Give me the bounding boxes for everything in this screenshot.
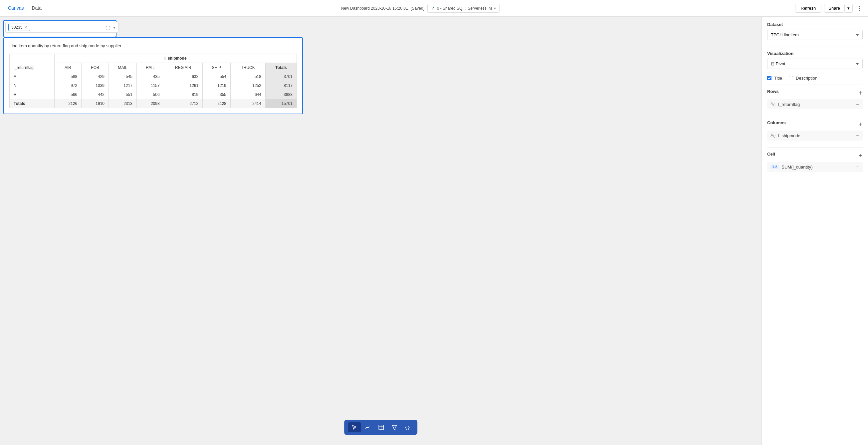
dashboard-title: New Dashboard 2023-10-16 16:20:01 [341,6,408,11]
row-r-total: 3883 [265,90,297,99]
col-regair: REG AIR [164,63,203,72]
toolbar-select-button[interactable] [348,422,361,432]
toolbar-filter-button[interactable] [388,422,401,432]
filter-tag: 30235 × [8,24,30,31]
row-r-truck: 644 [230,90,266,99]
totals-mail: 2313 [109,99,137,108]
totals-fob: 1910 [82,99,109,108]
refresh-button[interactable]: Refresh [795,4,822,13]
row-n-air: 972 [54,81,82,90]
column-group-header: l_shipmode [54,54,297,63]
title-checkbox[interactable] [767,76,772,80]
row-n-mail: 1217 [109,81,137,90]
row-n-fob: 1039 [82,81,109,90]
main-layout: 30235 × ◯ ▾ Line item quantity by return… [0,17,868,445]
totals-rail: 2098 [136,99,164,108]
row-a-regair: 632 [164,72,203,81]
connection-dropdown-icon: ▾ [494,6,496,11]
table-row: N 972 1039 1217 1157 1261 1219 1252 8117 [10,81,297,90]
row-n-truck: 1252 [230,81,266,90]
columns-field-item: AC l_shipmode − [767,130,863,141]
cell-label: Cell [767,152,775,156]
row-label-header: l_returnflag [10,63,55,72]
filter-bar[interactable]: 30235 × ◯ ▾ [5,22,119,33]
col-mail: MAIL [109,63,137,72]
tab-data[interactable]: Data [28,3,45,13]
table-row: A 588 429 545 435 632 554 518 3701 [10,72,297,81]
columns-add-button[interactable]: + [859,121,863,127]
connection-type: Serverless [468,6,487,11]
row-r-fob: 442 [82,90,109,99]
cell-remove-button[interactable]: − [856,164,859,170]
visualization-label: Visualization [767,51,863,56]
filter-clear-icon[interactable]: ◯ [105,25,111,30]
row-header-cell [10,54,55,63]
connection-button[interactable]: ✓ 0 - Shared SQ... Serverless M ▾ [427,4,500,13]
share-dropdown-button[interactable]: ▾ [844,4,853,13]
totals-air: 2126 [54,99,82,108]
columns-field-icon: AC [771,133,775,138]
row-r-ship: 355 [203,90,230,99]
filter-outer: 30235 × ◯ ▾ [3,20,117,37]
row-a-air: 588 [54,72,82,81]
title-label: Title [774,76,782,81]
toolbar-chart-button[interactable] [362,422,374,432]
filter-tag-value: 30235 [11,25,22,30]
row-a-fob: 429 [82,72,109,81]
row-r-mail: 551 [109,90,137,99]
row-a-total: 3701 [265,72,297,81]
cell-badge: 1.2 [771,165,779,169]
rows-add-button[interactable]: + [859,90,863,96]
visualization-select[interactable]: ⊟ Pivot [767,59,863,69]
col-rail: RAIL [136,63,164,72]
tab-canvas[interactable]: Canvas [4,3,28,13]
row-r-rail: 506 [136,90,164,99]
cell-add-button[interactable]: + [859,152,863,159]
totals-row: Totals 2126 1910 2313 2098 2712 2128 241… [10,99,297,108]
panel-divider-2 [767,85,863,85]
col-truck: TRUCK [230,63,266,72]
filter-tag-close[interactable]: × [24,25,27,30]
col-fob: FOB [82,63,109,72]
more-menu-button[interactable]: ⋮ [855,3,864,13]
columns-remove-button[interactable]: − [856,132,859,139]
totals-label: Totals [10,99,55,108]
rows-label: Rows [767,89,779,94]
description-label: Description [796,76,817,81]
topbar: Canvas Data New Dashboard 2023-10-16 16:… [0,0,868,17]
connection-status-icon: ✓ [431,6,435,11]
rows-field-item: AC l_returnflag − [767,99,863,109]
row-n-ship: 1219 [203,81,230,90]
dataset-select[interactable]: TPCH lineitem [767,30,863,40]
bottom-toolbar: {} [344,420,417,435]
col-air: AIR [54,63,82,72]
row-a-rail: 435 [136,72,164,81]
totals-truck: 2414 [230,99,266,108]
visualization-section: Visualization ⊟ Pivot [767,51,863,69]
rows-header: Rows + [767,89,863,97]
row-a-mail: 545 [109,72,137,81]
title-row: Title Description [767,76,863,81]
cell-field-name: SUM(l_quantity) [781,165,853,170]
columns-label: Columns [767,120,786,125]
dataset-section: Dataset TPCH lineitem [767,22,863,40]
row-n-rail: 1157 [136,81,164,90]
columns-field-name: l_shipmode [778,133,853,138]
connection-label: 0 - Shared SQ... [437,6,466,11]
cell-header: Cell + [767,152,863,159]
toolbar-code-button[interactable]: {} [401,423,413,432]
totals-ship: 2128 [203,99,230,108]
description-checkbox[interactable] [789,76,793,80]
share-dropdown-icon: ▾ [847,6,850,11]
row-a-truck: 518 [230,72,266,81]
columns-header: Columns + [767,120,863,128]
filter-dropdown-icon[interactable]: ▾ [113,25,116,30]
toolbar-table-button[interactable] [375,422,388,432]
cell-section: Cell + 1.2 SUM(l_quantity) − [767,152,863,172]
row-a-label: A [10,72,55,81]
rows-remove-button[interactable]: − [856,101,859,107]
cell-field-item: 1.2 SUM(l_quantity) − [767,162,863,172]
share-button[interactable]: Share [824,4,844,13]
canvas-area[interactable]: 30235 × ◯ ▾ Line item quantity by return… [0,17,762,445]
totals-total: 15701 [265,99,297,108]
